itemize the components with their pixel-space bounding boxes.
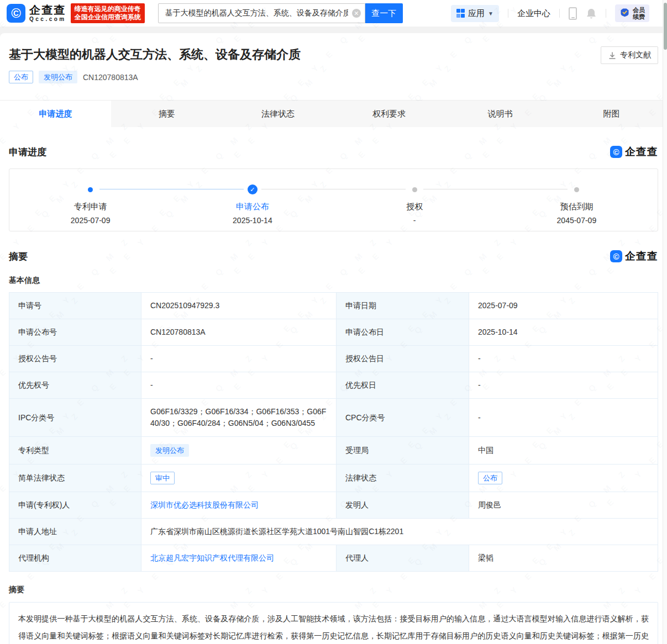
timeline-step-label: 预估到期 (496, 202, 658, 212)
patent-title: 基于大模型的机器人交互方法、系统、设备及存储介质 (9, 46, 301, 63)
timeline-step-label: 专利申请 (9, 202, 171, 212)
tab-claims[interactable]: 权利要求 (334, 101, 445, 127)
info-label: 授权公告日 (337, 346, 469, 372)
status-tag: 公布 (478, 472, 502, 484)
info-row: 专利类型发明公布受理局中国 (9, 437, 658, 464)
info-value: 公布 (469, 464, 658, 492)
basic-info-title: 基本信息 (9, 276, 658, 286)
publication-number: CN120780813A (83, 73, 138, 82)
tab-legal-status[interactable]: 法律状态 (222, 101, 333, 127)
brand-slogan-badge: 缔造有远见的商业传奇 全国企业信用查询系统 (71, 3, 145, 23)
qcc-watermark-logo: © 企查查 (610, 249, 658, 263)
info-row: 申请公布号CN120780813A申请公布日2025-10-14 (9, 319, 658, 346)
company-link[interactable]: 深圳市优必选科技股份有限公司 (150, 500, 259, 509)
brand-domain: Qcc.com (29, 16, 66, 22)
timeline-step: ✓申请公布2025-10-14 (171, 169, 333, 231)
info-value: 北京超凡宏宇知识产权代理有限公司 (141, 545, 337, 572)
patent-title-section: 基于大模型的机器人交互方法、系统、设备及存储介质 专利文献 公布 发明公布 CN… (0, 33, 667, 83)
info-value: - (469, 346, 658, 372)
timeline-step: 预估到期2045-07-09 (496, 169, 658, 231)
info-value: 周俊邑 (469, 492, 658, 519)
info-value: - (141, 346, 337, 372)
info-value: 梁韬 (469, 545, 658, 572)
timeline-step-label: 授权 (334, 202, 496, 212)
progress-timeline: 专利申请2025-07-09✓申请公布2025-10-14授权-预估到期2045… (9, 168, 658, 231)
mobile-app-icon[interactable] (569, 7, 577, 20)
info-label: 代理机构 (9, 545, 141, 572)
tab-abstract[interactable]: 摘要 (111, 101, 222, 127)
tab-application-progress[interactable]: 申请进度 (0, 101, 111, 127)
info-row: 授权公告号-授权公告日- (9, 346, 658, 372)
chevron-down-icon: ▼ (488, 10, 493, 17)
enterprise-center-link[interactable]: 企业中心 (517, 8, 550, 19)
top-header: © 企查查 Qcc.com 缔造有远见的商业传奇 全国企业信用查询系统 ✕ 查一… (0, 0, 667, 27)
search-button[interactable]: 查一下 (365, 3, 403, 23)
apps-label: 应用 (468, 8, 485, 19)
info-value: 2025-10-14 (469, 319, 658, 346)
abstract-section: 摘要 © 企查查 基本信息 申请号CN202510947929.3申请日期202… (0, 249, 667, 644)
content-card: 基于大模型的机器人交互方法、系统、设备及存储介质 专利文献 公布 发明公布 CN… (0, 33, 667, 644)
info-value: - (141, 372, 337, 399)
info-value: - (469, 399, 658, 437)
qcc-mini-icon: © (610, 146, 622, 158)
member-label: 会员 续费 (633, 7, 645, 20)
info-value: 广东省深圳市南山区桃源街道长源社区学苑大道1001号南山智园C1栋2201 (141, 519, 658, 545)
tab-bar: 申请进度摘要法律状态权利要求说明书附图 (0, 100, 667, 127)
info-value: 中国 (469, 437, 658, 464)
info-value: 审中 (141, 464, 337, 492)
header-gap (0, 27, 667, 33)
info-value: 深圳市优必选科技股份有限公司 (141, 492, 337, 519)
tab-description[interactable]: 说明书 (445, 101, 556, 127)
apps-grid-icon (456, 9, 465, 18)
info-label: 申请(专利权)人 (9, 492, 141, 519)
qcc-logo-icon: © (7, 4, 25, 23)
info-value: G06F16/3329；G06F16/334；G06F16/353；G06F40… (141, 399, 337, 437)
info-label: 优先权号 (9, 372, 141, 399)
slogan-line1: 缔造有远见的商业传奇 (75, 5, 141, 13)
divider (559, 9, 560, 18)
check-icon: ✓ (248, 184, 258, 194)
page-scrollbar[interactable] (663, 0, 667, 644)
search-bar: ✕ 查一下 (158, 3, 403, 23)
info-value: CN202510947929.3 (141, 293, 337, 319)
status-tag: 审中 (150, 472, 175, 484)
info-value: - (469, 372, 658, 399)
info-label: 申请公布日 (337, 319, 469, 346)
info-label: 申请人地址 (9, 519, 141, 545)
info-label: 发明人 (337, 492, 469, 519)
section-title-abstract: 摘要 (9, 250, 28, 263)
patent-doc-button[interactable]: 专利文献 (601, 46, 658, 64)
info-row: 申请人地址广东省深圳市南山区桃源街道长源社区学苑大道1001号南山智园C1栋22… (9, 519, 658, 545)
tab-drawings[interactable]: 附图 (556, 101, 667, 127)
info-label: 代理人 (337, 545, 469, 572)
qcc-watermark-logo: © 企查查 (610, 145, 658, 159)
company-link[interactable]: 北京超凡宏宇知识产权代理有限公司 (150, 553, 274, 562)
notification-bell-icon[interactable] (586, 8, 597, 19)
timeline-step-date: - (334, 216, 496, 225)
basic-info-table: 申请号CN202510947929.3申请日期2025-07-09申请公布号CN… (9, 292, 658, 572)
info-value: 2025-07-09 (469, 293, 658, 319)
page: E E Y E Q M ZE E Y E Q M ZE E Y E Q M ZE… (0, 0, 667, 644)
publish-status-tag: 公布 (9, 71, 33, 83)
info-row: 优先权号-优先权日- (9, 372, 658, 399)
info-value: CN120780813A (141, 319, 337, 346)
member-vip-icon (619, 7, 630, 20)
info-label: 受理局 (337, 437, 469, 464)
abstract-subtitle: 摘要 (9, 585, 658, 595)
search-input[interactable] (158, 3, 365, 23)
member-renew-badge[interactable]: 会员 续费 (615, 4, 649, 22)
qcc-logo[interactable]: © 企查查 Qcc.com 缔造有远见的商业传奇 全国企业信用查询系统 (7, 3, 145, 23)
info-label: CPC分类号 (337, 399, 469, 437)
download-icon (608, 51, 617, 60)
clear-search-icon[interactable]: ✕ (352, 9, 361, 18)
apps-menu-button[interactable]: 应用 ▼ (451, 5, 499, 22)
info-label: 优先权日 (337, 372, 469, 399)
info-label: 申请号 (9, 293, 141, 319)
timeline-step-label: 申请公布 (171, 202, 333, 212)
timeline-dot (412, 187, 417, 192)
scrollbar-thumb[interactable] (664, 3, 667, 50)
info-label: IPC分类号 (9, 399, 141, 437)
slogan-line2: 全国企业信用查询系统 (75, 13, 141, 22)
section-title-progress: 申请进度 (9, 146, 46, 159)
info-label: 简单法律状态 (9, 464, 141, 492)
